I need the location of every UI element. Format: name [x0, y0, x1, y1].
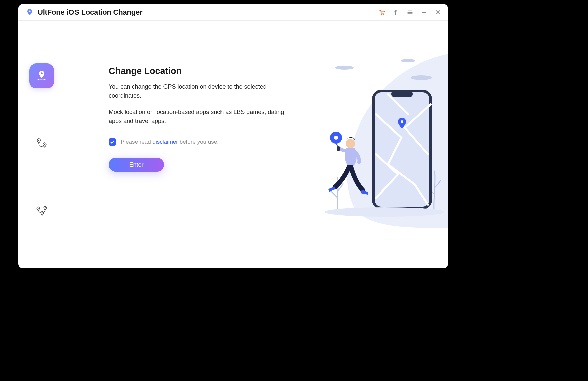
svg-point-11 — [44, 144, 45, 145]
svg-point-13 — [45, 207, 46, 208]
app-logo-icon — [26, 8, 34, 16]
titlebar: UltFone iOS Location Changer — [18, 4, 448, 21]
svg-point-14 — [42, 212, 43, 213]
titlebar-actions — [379, 9, 441, 16]
svg-point-0 — [29, 10, 30, 12]
svg-point-2 — [383, 14, 384, 14]
description-2: Mock location on location-based apps suc… — [109, 108, 296, 126]
svg-point-9 — [41, 72, 43, 74]
svg-point-20 — [401, 120, 403, 123]
sidebar — [18, 21, 65, 268]
page-heading: Change Location — [109, 66, 448, 76]
main-panel: Change Location You can change the GPS l… — [65, 21, 448, 268]
svg-rect-24 — [337, 146, 340, 151]
app-title: UltFone iOS Location Changer — [38, 8, 142, 17]
sidebar-item-change-location[interactable] — [29, 64, 54, 88]
svg-point-16 — [401, 59, 415, 62]
close-icon[interactable] — [435, 9, 441, 16]
svg-rect-18 — [373, 91, 431, 208]
enter-button[interactable]: Enter — [109, 158, 164, 172]
svg-point-10 — [38, 140, 39, 141]
svg-point-12 — [38, 208, 39, 209]
disclaimer-text: Please read disclaimer before you use. — [121, 139, 219, 145]
sidebar-item-single-spot-movement[interactable] — [29, 131, 54, 156]
description-1: You can change the GPS location on devic… — [109, 82, 296, 100]
content-area: Change Location You can change the GPS l… — [18, 21, 448, 268]
svg-point-25 — [324, 207, 445, 217]
minimize-icon[interactable] — [421, 9, 427, 16]
cart-icon[interactable] — [379, 9, 385, 16]
app-window: UltFone iOS Location Changer — [18, 4, 448, 268]
disclaimer-prefix: Please read — [121, 139, 152, 145]
disclaimer-row: Please read disclaimer before you use. — [109, 138, 448, 146]
menu-icon[interactable] — [407, 9, 413, 16]
sidebar-item-multi-spot-movement[interactable] — [29, 199, 54, 223]
disclaimer-link[interactable]: disclaimer — [152, 139, 178, 145]
svg-rect-19 — [391, 91, 413, 97]
svg-point-1 — [381, 14, 382, 14]
disclaimer-suffix: before you use. — [178, 139, 219, 145]
disclaimer-checkbox[interactable] — [109, 138, 116, 146]
facebook-icon[interactable] — [393, 9, 399, 16]
